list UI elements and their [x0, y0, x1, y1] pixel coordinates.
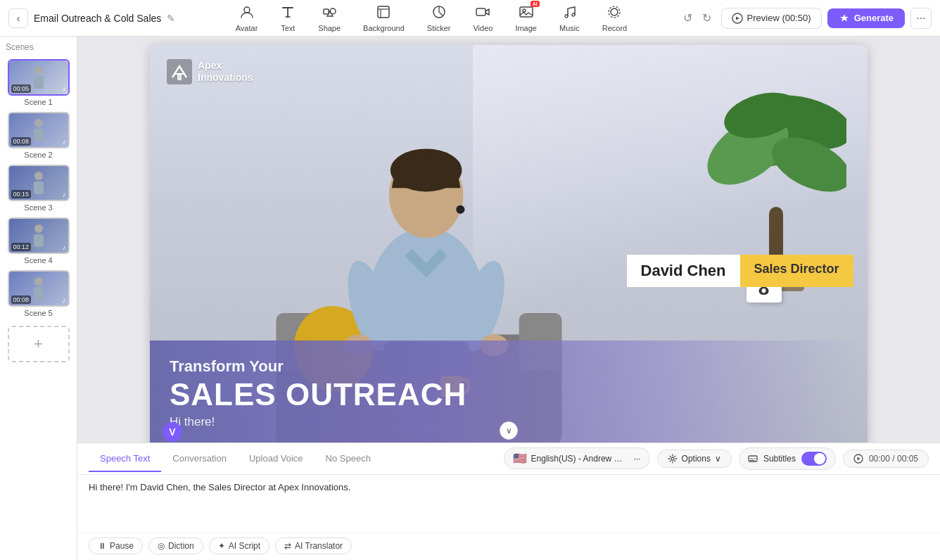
svg-point-7 [523, 9, 526, 12]
svg-rect-22 [34, 287, 44, 300]
tool-avatar[interactable]: Avatar [224, 1, 269, 35]
scene-1-music-icon: ♪ [63, 85, 66, 93]
scene-item-5[interactable]: 00:08 ♪ Scene 5 [0, 267, 77, 320]
generate-label: Generate [854, 13, 894, 23]
shape-icon-wrap [322, 4, 337, 23]
scene-item-1[interactable]: 00:05 ♪ Scene 1 [0, 56, 77, 109]
background-icon-wrap [376, 4, 391, 23]
tool-record[interactable]: Record [591, 1, 638, 35]
ai-translator-button[interactable]: ⇄ AI Translator [275, 537, 352, 554]
video-icon [475, 4, 490, 20]
text-icon-wrap [280, 4, 296, 23]
tool-shape[interactable]: Shape [307, 1, 352, 35]
ai-script-button[interactable]: ✦ AI Script [209, 537, 269, 554]
collapse-button[interactable]: ∨ [500, 421, 518, 440]
ai-translator-label: AI Translator [295, 541, 343, 551]
music-icon-wrap [561, 4, 577, 23]
svg-rect-44 [167, 59, 192, 84]
undo-button[interactable]: ↺ [679, 8, 697, 27]
scene-2-music-icon: ♪ [63, 138, 66, 146]
scene-5-name: Scene 5 [24, 309, 52, 317]
tab-conversation[interactable]: Conversation [161, 446, 238, 472]
back-button[interactable]: ‹ [8, 8, 28, 28]
options-button[interactable]: Options ∨ [657, 450, 732, 468]
subtitles-toggle[interactable] [801, 452, 827, 466]
scenes-label: Scenes [0, 42, 77, 56]
play-timer[interactable]: 00:00 / 00:05 [843, 450, 929, 468]
voice-selector[interactable]: 🇺🇸 English(US) - Andrew Multilin... ··· [504, 447, 650, 469]
toolbar-left: ‹ Email Outreach & Cold Sales ✎ [8, 8, 175, 28]
preview-label: Preview (00:50) [747, 13, 811, 23]
main-content: Scenes 00:05 ♪ Scene 1 00:08 ♪ Scene 2 [0, 37, 940, 560]
edit-title-icon[interactable]: ✎ [167, 13, 175, 24]
tab-speech-text[interactable]: Speech Text [89, 446, 161, 472]
preview-button[interactable]: Preview (00:50) [721, 8, 822, 29]
svg-point-35 [456, 205, 464, 214]
tool-background[interactable]: Background [352, 1, 416, 35]
name-card: David Chen Sales Director [627, 255, 853, 287]
tool-music[interactable]: Music [548, 1, 591, 35]
tool-image[interactable]: AI Image [504, 1, 548, 35]
tool-text[interactable]: Text [269, 1, 307, 35]
background-label: Background [363, 24, 405, 32]
options-label: Options [682, 454, 711, 464]
more-options-button[interactable]: ··· [910, 8, 932, 29]
svg-rect-5 [476, 8, 485, 15]
add-scene-item[interactable]: + [0, 320, 77, 368]
svg-point-9 [572, 13, 575, 16]
svg-point-19 [34, 224, 43, 233]
sticker-icon-wrap [431, 4, 447, 23]
svg-rect-1 [324, 9, 329, 14]
tool-sticker[interactable]: Sticker [416, 1, 462, 35]
pause-icon: ⏸ [98, 541, 106, 551]
svg-point-17 [34, 172, 43, 180]
overlay-line2: SALES OUTREACH [170, 377, 848, 412]
svg-rect-16 [34, 129, 44, 141]
preview-play-icon [732, 13, 743, 24]
apex-logo-icon [167, 59, 192, 84]
svg-point-46 [671, 457, 674, 460]
tab-upload-voice[interactable]: Upload Voice [238, 446, 315, 472]
name-card-person-name: David Chen [627, 255, 740, 287]
scene-item-4[interactable]: 00:12 ♪ Scene 4 [0, 215, 77, 267]
shape-label: Shape [318, 24, 341, 32]
scene-item-3[interactable]: 00:15 ♪ Scene 3 [0, 162, 77, 215]
tool-video[interactable]: Video [462, 1, 504, 35]
script-textarea[interactable] [89, 481, 929, 524]
scene-item-2[interactable]: 00:08 ♪ Scene 2 [0, 109, 77, 162]
scene-thumb-2[interactable]: 00:08 ♪ [8, 112, 70, 148]
background-icon [376, 4, 391, 20]
svg-point-15 [34, 119, 43, 127]
add-scene-button[interactable]: + [8, 326, 70, 362]
generate-button[interactable]: Generate [827, 8, 905, 28]
watermark: V [163, 422, 182, 442]
tab-no-speech[interactable]: No Speech [315, 446, 382, 472]
toolbar-tools: Avatar Text Shape [195, 1, 667, 35]
scene-1-name: Scene 1 [24, 98, 52, 106]
redo-button[interactable]: ↻ [698, 8, 716, 27]
image-label: Image [515, 24, 537, 32]
ai-script-label: AI Script [229, 541, 260, 551]
pause-label: Pause [110, 541, 134, 551]
sticker-label: Sticker [427, 24, 451, 32]
scene-3-duration: 00:15 [11, 190, 32, 198]
avatar-label: Avatar [236, 24, 258, 32]
scene-2-duration: 00:08 [11, 137, 32, 146]
scene-thumb-4[interactable]: 00:12 ♪ [8, 217, 70, 254]
scene-5-duration: 00:08 [11, 295, 32, 304]
scene-canvas[interactable]: MON 8 [150, 45, 868, 443]
scene-thumb-3[interactable]: 00:15 ♪ [8, 165, 70, 201]
diction-button[interactable]: ◎ Diction [148, 537, 203, 554]
name-card-person-title: Sales Director [740, 255, 853, 287]
canvas-wrapper: MON 8 [86, 45, 932, 443]
scene-thumb-5[interactable]: 00:08 ♪ [8, 270, 70, 307]
scene-thumb-1[interactable]: 00:05 ♪ [8, 59, 70, 96]
bottom-panel: Speech Text Conversation Upload Voice No… [77, 443, 940, 560]
diction-icon: ◎ [158, 541, 165, 551]
scene-4-music-icon: ♪ [63, 243, 66, 251]
pause-button[interactable]: ⏸ Pause [89, 537, 143, 554]
text-icon [280, 4, 296, 20]
scene-4-duration: 00:12 [11, 243, 32, 251]
diction-label: Diction [168, 541, 194, 551]
svg-point-8 [565, 15, 568, 18]
